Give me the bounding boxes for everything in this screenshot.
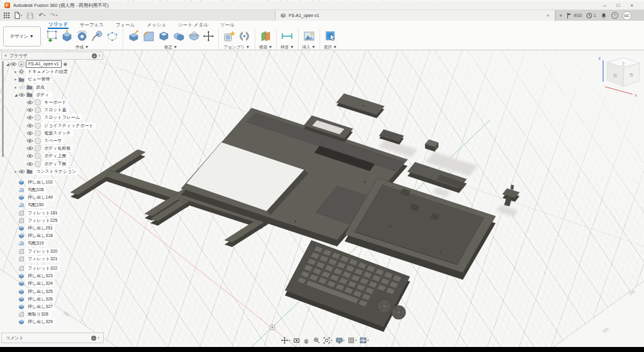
tree-row[interactable]: 押し出し318 [5,232,115,239]
group-select-label[interactable]: 選択 ▼ [324,44,337,50]
tree-row[interactable]: フィレット225 [5,217,115,224]
group-inspect-label[interactable]: 検査 ▼ [280,44,294,50]
tree-row[interactable]: スペーサ [5,137,115,145]
expander-icon[interactable]: ◢ [13,93,18,97]
tree-row[interactable]: 押し出し325 [5,287,115,295]
move-button[interactable] [203,30,214,42]
tree-row[interactable]: ボディ上面 [5,152,115,160]
fit-button[interactable]: ▾ [323,337,332,344]
tree-row[interactable]: フィレット320 [5,248,115,255]
recent-activity-button[interactable]: 1 [586,13,596,19]
visibility-eye-icon[interactable] [26,115,33,120]
tree-item-label[interactable]: 押し出し149 [26,194,55,201]
tree-row[interactable]: 勾配106 [5,186,115,194]
primitive-box-button[interactable] [106,30,119,43]
tab-solid[interactable]: ソリッド [48,21,69,29]
tree-item-label[interactable]: スロット蓋 [42,107,69,113]
user-avatar[interactable]: GC [623,11,631,20]
redo-button[interactable]: ↷▾ [50,13,57,18]
create-sketch-button[interactable] [45,30,58,43]
browser-scrollbar[interactable] [2,61,4,157]
workspace-selector[interactable]: デザイン ▼ [3,26,41,47]
expander-icon[interactable]: ▸ [13,77,18,81]
tree-item-label[interactable]: 電源スイッチ [42,130,73,136]
tree-item-label[interactable]: フィレット225 [26,217,60,224]
tree-item-label[interactable]: ジョイスティックポート [42,123,96,129]
tree-row[interactable]: ▸ ドキュメントの設定 [5,68,115,75]
model-slot-cover[interactable] [336,94,384,118]
tree-item-label[interactable]: 勾配150 [26,202,46,208]
press-pull-button[interactable] [127,30,140,43]
tree-item-label[interactable]: 押し出し325 [26,289,55,295]
tab-form[interactable]: フォーム [115,21,136,28]
visibility-eye-icon[interactable] [26,131,33,136]
document-tab-close[interactable]: × [547,13,550,18]
display-settings-button[interactable]: ▾ [336,337,345,344]
visibility-eye-icon[interactable] [26,100,33,105]
collapse-panel-icon[interactable]: « [4,53,7,58]
tree-row[interactable]: 電源スイッチ [5,129,115,137]
visibility-eye-icon[interactable] [26,123,33,128]
tree-item-label[interactable]: フィレット322 [26,265,60,272]
hand-pan-button[interactable] [303,337,310,344]
tree-item-label[interactable]: ビュー管理 [26,76,52,82]
tree-row[interactable]: 押し出し326 [5,295,115,303]
visibility-eye-icon[interactable] [18,92,25,97]
tree-item-label[interactable]: 勾配319 [26,240,46,246]
tree-item-label[interactable]: フィレット321 [26,256,60,262]
tree-row[interactable]: ◢ ボディ [5,91,115,99]
tree-row[interactable]: ▸ 原点 [5,84,115,91]
tree-item-label[interactable]: スロットフレーム [42,114,82,121]
viewports-button[interactable]: ▾ [360,337,369,344]
measure-button[interactable] [280,30,294,43]
tree-row[interactable]: 押し出し323 [5,272,115,280]
expander-icon[interactable]: ▸ [13,170,18,173]
minimize-button[interactable]: – [603,3,606,9]
look-at-button[interactable] [293,337,300,344]
tree-row[interactable]: 押し出し251 [5,224,115,232]
save-button[interactable] [27,13,33,19]
tree-row[interactable]: 押し出し102 [5,179,115,186]
tree-item-label[interactable]: 押し出し251 [26,225,55,231]
group-create-label[interactable]: 作成 ▼ [75,44,89,50]
visibility-eye-icon[interactable] [18,85,25,90]
tree-row[interactable]: 押し出し327 [5,303,115,311]
group-assemble-label[interactable]: アセンブリ ▼ [224,44,250,50]
tree-item-label[interactable]: 押し出し329 [26,319,55,325]
zoom-button[interactable] [313,337,320,344]
tree-row[interactable]: 押し出し149 [5,194,115,201]
help-button[interactable]: ? [611,12,618,19]
construction-plane-button[interactable] [259,30,272,43]
maximize-button[interactable]: □ [616,3,619,9]
tree-row[interactable]: フィレット321 [5,255,115,263]
expander-icon[interactable]: ▸ [13,85,18,89]
expander-icon[interactable]: ▸ [13,70,18,74]
tree-row[interactable]: スロットフレーム [5,114,115,121]
visibility-eye-icon[interactable] [26,146,33,151]
model-power-switch[interactable] [425,140,438,151]
combine-button[interactable] [172,30,186,43]
tree-item-label[interactable]: FS-A1_open v1 [26,60,62,68]
grid-settings-button[interactable]: ▾ [348,337,357,344]
tree-item-label[interactable]: ボディ [34,92,52,98]
sweep-button[interactable] [91,30,104,43]
tree-row[interactable]: ◢ FS-A1_open v1 ◉ [5,60,115,68]
tab-sheet-metal[interactable]: シート メタル [177,21,209,28]
tree-item-label[interactable]: 押し出し323 [26,273,55,279]
insert-image-button[interactable] [303,30,316,43]
undo-button[interactable]: ↶▾ [38,13,45,18]
tree-row[interactable]: ジョイスティックポート [5,122,115,129]
visibility-eye-icon[interactable] [18,169,25,174]
tree-item-label[interactable]: 押し出し327 [26,304,55,310]
notifications-button[interactable] [601,10,607,21]
tree-row[interactable]: ボディ化粧板 [5,145,115,152]
extrude-button[interactable] [60,30,74,43]
tree-row[interactable]: ▸ コンストラクション [5,168,115,175]
group-insert-label[interactable]: 挿入 ▼ [303,44,316,50]
tree-item-label[interactable]: 押し出し318 [26,233,55,239]
new-component-button[interactable] [223,30,236,43]
group-modify-label[interactable]: 修正 ▼ [164,44,177,50]
tree-item-label[interactable]: 押し出し326 [26,296,55,302]
tree-item-label[interactable]: ボディ化粧板 [42,145,73,151]
viewcube[interactable]: Z X 上 前 右 [598,57,640,97]
